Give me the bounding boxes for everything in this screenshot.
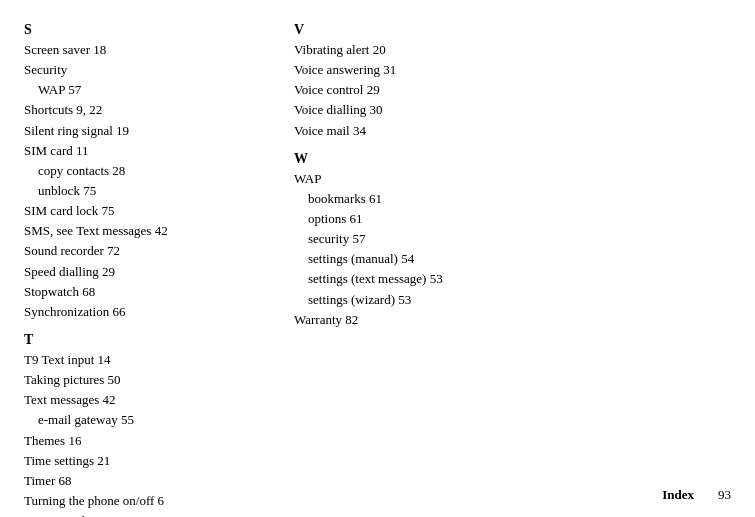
section-header-w: W — [294, 151, 564, 167]
index-item: SIM card lock 75 — [24, 201, 274, 221]
left-column: SScreen saver 18SecurityWAP 57Shortcuts … — [24, 18, 284, 517]
index-item: settings (text message) 53 — [294, 269, 564, 289]
index-item: copy contacts 28 — [24, 161, 274, 181]
index-item: options 61 — [294, 209, 564, 229]
index-item: settings (wizard) 53 — [294, 290, 564, 310]
index-item: SIM card 11 — [24, 141, 274, 161]
index-item: WAP 57 — [24, 80, 274, 100]
page: SScreen saver 18SecurityWAP 57Shortcuts … — [0, 0, 755, 517]
index-item: Turning the phone on/off 6 — [24, 491, 274, 511]
index-item: Synchronization 66 — [24, 302, 274, 322]
section-header-t: T — [24, 332, 274, 348]
index-item: Two voice lines 38 — [24, 511, 274, 517]
index-item: WAP — [294, 169, 564, 189]
index-item: Warranty 82 — [294, 310, 564, 330]
index-item: Shortcuts 9, 22 — [24, 100, 274, 120]
content-area: SScreen saver 18SecurityWAP 57Shortcuts … — [24, 18, 731, 517]
index-item: Vibrating alert 20 — [294, 40, 564, 60]
section-header-v: V — [294, 22, 564, 38]
index-item: Taking pictures 50 — [24, 370, 274, 390]
index-item: unblock 75 — [24, 181, 274, 201]
footer-label: Index — [662, 487, 694, 503]
index-item: Voice control 29 — [294, 80, 564, 100]
index-item: Stopwatch 68 — [24, 282, 274, 302]
footer: Index 93 — [662, 487, 731, 503]
footer-page-number: 93 — [718, 487, 731, 503]
index-item: Security — [24, 60, 274, 80]
index-item: Silent ring signal 19 — [24, 121, 274, 141]
index-item: Voice mail 34 — [294, 121, 564, 141]
index-item: settings (manual) 54 — [294, 249, 564, 269]
index-item: bookmarks 61 — [294, 189, 564, 209]
index-item: T9 Text input 14 — [24, 350, 274, 370]
index-item: Voice answering 31 — [294, 60, 564, 80]
index-item: Sound recorder 72 — [24, 241, 274, 261]
index-item: Text messages 42 — [24, 390, 274, 410]
index-item: Time settings 21 — [24, 451, 274, 471]
section-header-s: S — [24, 22, 274, 38]
index-item: Speed dialling 29 — [24, 262, 274, 282]
index-item: Screen saver 18 — [24, 40, 274, 60]
right-column: VVibrating alert 20Voice answering 31Voi… — [284, 18, 564, 517]
index-item: Timer 68 — [24, 471, 274, 491]
index-item: SMS, see Text messages 42 — [24, 221, 274, 241]
index-item: Themes 16 — [24, 431, 274, 451]
index-item: e-mail gateway 55 — [24, 410, 274, 430]
index-item: Voice dialling 30 — [294, 100, 564, 120]
index-item: security 57 — [294, 229, 564, 249]
